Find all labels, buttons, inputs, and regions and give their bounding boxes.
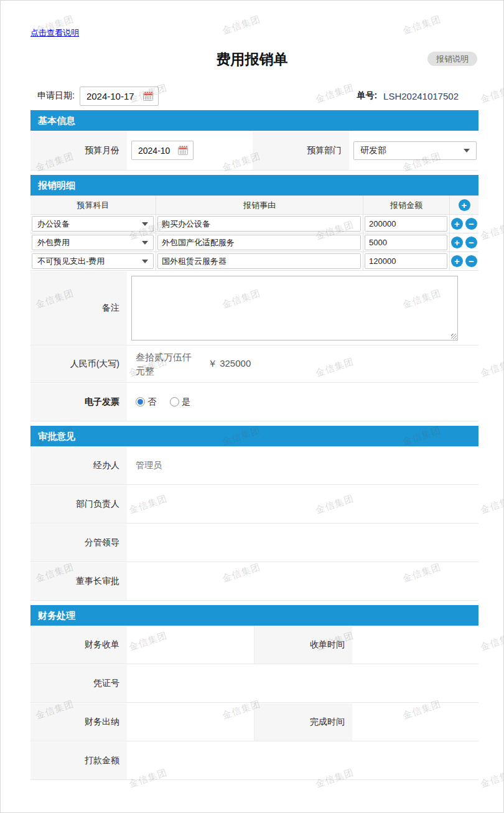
finish-time-value (353, 703, 478, 741)
receipt-time-label: 收单时间 (254, 626, 353, 664)
detail-table-header: 预算科目 报销事由 报销金额 + (30, 195, 478, 214)
cashier-label: 财务出纳 (30, 703, 128, 741)
budget-dept-select[interactable]: 研发部 (353, 141, 477, 160)
apply-date-input[interactable]: 2024-10-17 (80, 87, 159, 106)
chairman-label: 董事长审批 (30, 562, 128, 600)
approval-row-handler: 经办人 管理员 (30, 446, 478, 485)
add-row-button[interactable]: + (451, 237, 463, 248)
amount-input[interactable] (365, 253, 447, 269)
order-no-value: LSH20241017502 (383, 91, 459, 101)
chairman-value (128, 562, 478, 600)
watermark: 金信集团 (479, 82, 504, 106)
remove-row-button[interactable]: − (465, 237, 477, 248)
resize-grip-icon[interactable] (451, 334, 457, 339)
add-row-button[interactable]: + (451, 255, 463, 267)
remove-row-button[interactable]: − (465, 255, 477, 267)
finance-voucher-row: 凭证号 (30, 664, 478, 703)
budget-month-label: 预算月份 (30, 131, 128, 170)
rmb-uppercase-value: 叁拾贰万伍仟元整 (136, 350, 197, 378)
chevron-down-icon (142, 241, 148, 245)
receipt-value (128, 626, 254, 664)
add-row-button[interactable]: + (459, 199, 470, 211)
dept-head-value (128, 485, 478, 523)
detail-row-3: 不可预见支出-费用 +− (30, 251, 478, 270)
rmb-row: 人民币(大写) 叁拾贰万伍仟元整 ￥ 325000 (30, 345, 478, 383)
budget-subject-select[interactable]: 外包费用 (32, 235, 154, 250)
approval-row-chairman: 董事长审批 (30, 562, 478, 601)
section-header-detail: 报销明细 (30, 175, 478, 195)
budget-dept-label: 预算部门 (253, 131, 350, 170)
einvoice-label: 电子发票 (30, 383, 128, 421)
receipt-time-value (353, 626, 478, 664)
apply-date-value: 2024-10-17 (86, 91, 134, 101)
leader-value (128, 524, 478, 562)
remark-row: 备注 (30, 271, 478, 345)
watermark: 金信集团 (479, 630, 504, 654)
watermark: 金信集团 (479, 493, 504, 517)
receipt-label: 财务收单 (30, 626, 128, 664)
handler-value: 管理员 (128, 446, 478, 484)
voucher-value (128, 664, 478, 702)
finance-payment-row: 打款金额 (30, 741, 478, 780)
detail-row-1: 办公设备 +− (30, 214, 478, 233)
expense-form-page: 点击查看说明 费用报销单 报销说明 申请日期: 2024-10-17 (0, 0, 504, 813)
chevron-down-icon (142, 260, 148, 263)
budget-month-input[interactable]: 2024-10 (131, 141, 194, 160)
finance-cashier-row: 财务出纳 完成时间 (30, 703, 478, 741)
approval-row-dept-head: 部门负责人 (30, 485, 478, 524)
dept-head-label: 部门负责人 (30, 485, 128, 523)
col-header-reason: 报销事由 (156, 196, 363, 214)
reimburse-note-button[interactable]: 报销说明 (427, 52, 477, 66)
reason-input[interactable] (157, 216, 361, 232)
detail-row-2: 外包费用 +− (30, 233, 478, 251)
budget-month-value: 2024-10 (138, 146, 170, 156)
rmb-label: 人民币(大写) (30, 345, 128, 382)
budget-subject-select[interactable]: 办公设备 (32, 216, 154, 232)
basic-info-row: 预算月份 2024-10 预算部门 研发部 (30, 131, 478, 171)
remark-textarea[interactable] (131, 276, 458, 341)
leader-label: 分管领导 (30, 524, 128, 562)
amount-input[interactable] (365, 235, 447, 250)
section-header-approval: 审批意见 (30, 426, 478, 446)
col-header-amount: 报销金额 (363, 196, 450, 214)
remark-label: 备注 (30, 271, 128, 345)
apply-date-label: 申请日期: (37, 90, 75, 101)
budget-subject-select[interactable]: 不可预见支出-费用 (32, 253, 154, 269)
section-header-basic-info: 基本信息 (30, 110, 478, 131)
add-row-button[interactable]: + (451, 218, 463, 230)
chevron-down-icon (142, 222, 148, 226)
col-header-subject: 预算科目 (30, 196, 156, 214)
voucher-label: 凭证号 (30, 664, 128, 702)
calendar-icon (143, 92, 153, 101)
finance-receipt-row: 财务收单 收单时间 (30, 626, 478, 664)
radio-unchecked-icon (170, 397, 179, 406)
chevron-down-icon (464, 149, 470, 153)
section-header-finance: 财务处理 (30, 605, 478, 626)
detail-table: 预算科目 报销事由 报销金额 + 办公设备 +− 外包费用 +− 不可预见支出-… (30, 195, 478, 271)
watermark: 金信集团 (479, 356, 504, 380)
order-no-label: 单号: (357, 90, 377, 101)
einvoice-radio-yes[interactable]: 是 (170, 397, 190, 408)
einvoice-radio-no[interactable]: 否 (136, 397, 156, 408)
rmb-amount-value: ￥ 325000 (208, 358, 251, 370)
reason-input[interactable] (157, 253, 361, 269)
watermark: 金信集团 (479, 219, 504, 243)
budget-dept-value: 研发部 (360, 145, 386, 156)
approval-row-leader: 分管领导 (30, 524, 478, 562)
watermark: 金信集团 (479, 767, 504, 791)
reason-input[interactable] (157, 235, 361, 250)
radio-checked-icon (136, 397, 145, 406)
payment-value (128, 741, 478, 779)
view-instructions-link[interactable]: 点击查看说明 (30, 28, 79, 37)
remove-row-button[interactable]: − (465, 218, 477, 230)
calendar-icon (178, 146, 188, 155)
handler-label: 经办人 (30, 446, 128, 484)
amount-input[interactable] (365, 216, 447, 232)
finish-time-label: 完成时间 (254, 703, 353, 741)
einvoice-row: 电子发票 否 是 (30, 383, 478, 421)
payment-label: 打款金额 (30, 741, 128, 779)
cashier-value (128, 703, 254, 741)
